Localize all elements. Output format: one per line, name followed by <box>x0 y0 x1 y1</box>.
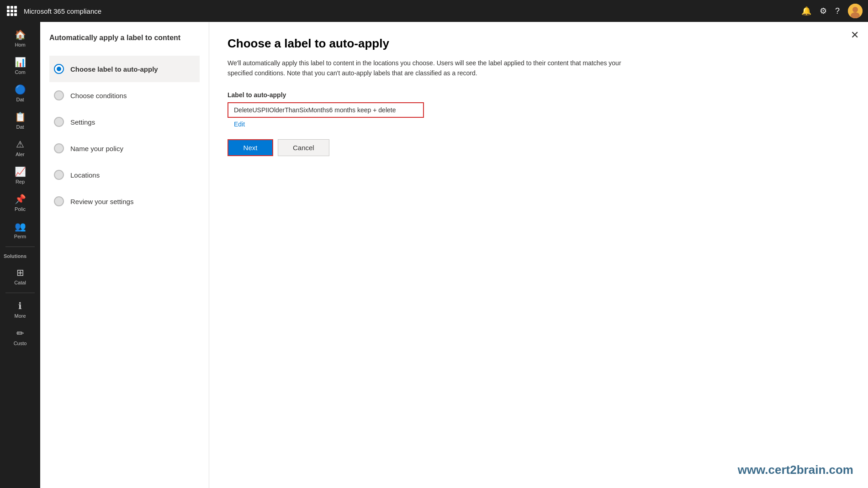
step-locations[interactable]: Locations <box>49 162 200 188</box>
reports-icon: 📈 <box>15 166 26 177</box>
step-circle-2 <box>54 90 64 100</box>
sidebar-label-home: Hom <box>15 42 25 47</box>
sidebar-item-custom[interactable]: ✏ Custo <box>0 324 40 350</box>
sidebar-item-compliance[interactable]: 📊 Com <box>0 53 40 79</box>
catalog-icon: ⊞ <box>16 267 24 278</box>
step-label-name-policy: Name your policy <box>70 145 123 152</box>
label-to-auto-apply-label: Label to auto-apply <box>228 91 850 99</box>
sidebar-label-data1: Dat <box>16 97 24 102</box>
data2-icon: 📋 <box>15 111 26 122</box>
step-choose-label[interactable]: Choose label to auto-apply <box>49 56 200 82</box>
content-panel: ✕ Choose a label to auto-apply We'll aut… <box>209 22 868 488</box>
compliance-icon: 📊 <box>15 57 26 68</box>
data1-icon: 🔵 <box>15 84 26 95</box>
step-choose-conditions[interactable]: Choose conditions <box>49 82 200 109</box>
step-circle-5 <box>54 170 64 180</box>
edit-link[interactable]: Edit <box>234 121 245 128</box>
step-label-choose-label: Choose label to auto-apply <box>70 65 158 73</box>
wizard-title: Automatically apply a label to content <box>49 33 200 43</box>
button-row: Next Cancel <box>228 139 850 156</box>
sidebar-item-data1[interactable]: 🔵 Dat <box>0 80 40 106</box>
topbar-icons: 🔔 ⚙ ? <box>801 4 863 18</box>
svg-point-1 <box>852 7 858 12</box>
topbar: Microsoft 365 compliance 🔔 ⚙ ? <box>0 0 868 22</box>
step-name-policy[interactable]: Name your policy <box>49 135 200 162</box>
step-circle-4 <box>54 143 64 153</box>
step-circle-3 <box>54 117 64 127</box>
sidebar-label-alerts: Aler <box>16 152 25 157</box>
sidebar-label-permissions: Perm <box>14 234 26 239</box>
step-label-settings: Settings <box>70 118 95 126</box>
policies-icon: 📌 <box>15 194 26 205</box>
solutions-section-label: Solutions <box>0 251 40 262</box>
sidebar-label-custom: Custo <box>14 341 27 346</box>
home-icon: 🏠 <box>15 29 26 40</box>
close-button[interactable]: ✕ <box>851 29 859 41</box>
sidebar-item-data2[interactable]: 📋 Dat <box>0 108 40 133</box>
help-icon[interactable]: ? <box>835 6 840 16</box>
next-button[interactable]: Next <box>228 139 273 156</box>
sidebar-item-permissions[interactable]: 👥 Perm <box>0 217 40 243</box>
sidebar-divider-1 <box>5 247 35 247</box>
sidebar-item-policies[interactable]: 📌 Polic <box>0 190 40 215</box>
sidebar-item-home[interactable]: 🏠 Hom <box>0 26 40 51</box>
app-title: Microsoft 365 compliance <box>24 7 796 15</box>
sidebar-item-more[interactable]: ℹ More <box>0 297 40 322</box>
step-circle-1 <box>54 64 64 74</box>
sidebar-label-compliance: Com <box>15 69 25 75</box>
label-value-display: DeleteUSPIIOlderThanSixMonths6 months ke… <box>228 102 424 118</box>
step-circle-6 <box>54 196 64 206</box>
wizard-step-panel: Automatically apply a label to content C… <box>40 22 209 488</box>
watermark: www.cert2brain.com <box>738 463 853 477</box>
more-icon: ℹ <box>18 300 22 311</box>
cancel-button[interactable]: Cancel <box>278 139 329 156</box>
sidebar-label-catalog: Catal <box>14 280 26 285</box>
sidebar-divider-2 <box>5 293 35 293</box>
settings-icon[interactable]: ⚙ <box>820 6 827 16</box>
waffle-icon[interactable] <box>5 5 18 17</box>
step-review[interactable]: Review your settings <box>49 188 200 215</box>
alerts-icon: ⚠ <box>16 139 24 150</box>
permissions-icon: 👥 <box>15 221 26 232</box>
main-layout: 🏠 Hom 📊 Com 🔵 Dat 📋 Dat ⚠ Aler 📈 Rep 📌 P… <box>0 22 868 488</box>
avatar[interactable] <box>848 4 863 18</box>
content-description: We'll automatically apply this label to … <box>228 58 639 79</box>
step-circle-inner-1 <box>57 67 61 71</box>
step-label-locations: Locations <box>70 171 100 179</box>
sidebar-item-catalog[interactable]: ⊞ Catal <box>0 263 40 289</box>
sidebar-label-more: More <box>14 313 26 319</box>
content-title: Choose a label to auto-apply <box>228 37 850 51</box>
bell-icon[interactable]: 🔔 <box>801 6 811 16</box>
sidebar-label-reports: Rep <box>16 179 25 184</box>
sidebar-item-reports[interactable]: 📈 Rep <box>0 163 40 188</box>
sidebar-item-alerts[interactable]: ⚠ Aler <box>0 135 40 161</box>
step-settings[interactable]: Settings <box>49 109 200 135</box>
sidebar-label-data2: Dat <box>16 124 24 130</box>
step-label-choose-conditions: Choose conditions <box>70 92 127 100</box>
step-label-review: Review your settings <box>70 198 133 205</box>
sidebar-narrow: 🏠 Hom 📊 Com 🔵 Dat 📋 Dat ⚠ Aler 📈 Rep 📌 P… <box>0 22 40 488</box>
custom-icon: ✏ <box>16 328 24 339</box>
sidebar-label-policies: Polic <box>15 206 26 212</box>
